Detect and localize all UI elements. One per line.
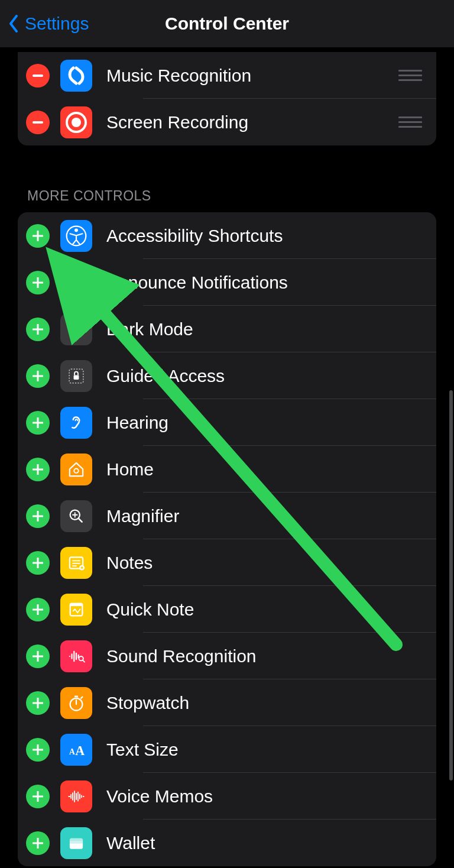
screen-recording-icon: [60, 106, 92, 138]
svg-rect-23: [74, 695, 78, 697]
row-label: Notes: [106, 553, 153, 573]
add-button[interactable]: [26, 224, 50, 248]
svg-text:A: A: [75, 743, 85, 758]
row-label: Voice Memos: [106, 786, 213, 807]
included-controls-list: Music Recognition Screen Recording: [18, 52, 436, 145]
guided-access-icon: [60, 360, 92, 392]
more-controls-list: Accessibility Shortcuts Announce Notific…: [18, 212, 436, 866]
section-header-more: MORE CONTROLS: [27, 188, 436, 204]
svg-rect-1: [33, 121, 43, 124]
drag-handle[interactable]: [398, 116, 422, 128]
page-title: Control Center: [165, 14, 289, 34]
row-label: Guided Access: [106, 366, 225, 386]
row-notes: Notes: [18, 539, 436, 586]
row-label: Quick Note: [106, 600, 194, 620]
scrollbar[interactable]: [449, 390, 453, 780]
accessibility-icon: [60, 220, 92, 252]
remove-button[interactable]: [26, 64, 50, 88]
row-label: Home: [106, 459, 154, 480]
add-button[interactable]: [26, 644, 50, 668]
add-button[interactable]: [26, 364, 50, 388]
svg-point-3: [72, 118, 81, 127]
add-button[interactable]: [26, 318, 50, 341]
svg-line-24: [81, 697, 82, 698]
row-sound-recognition: Sound Recognition: [18, 633, 436, 679]
svg-rect-29: [70, 841, 83, 843]
row-accessibility-shortcuts: Accessibility Shortcuts: [18, 212, 436, 259]
add-button[interactable]: [26, 458, 50, 481]
drag-handle[interactable]: [398, 70, 422, 81]
svg-rect-18: [70, 603, 83, 605]
remove-button[interactable]: [26, 111, 50, 134]
shazam-icon: [60, 60, 92, 92]
add-button[interactable]: [26, 598, 50, 621]
row-label: Accessibility Shortcuts: [106, 226, 283, 246]
row-home: Home: [18, 446, 436, 493]
magnifier-icon: [60, 500, 92, 532]
row-text-size: A A Text Size: [18, 726, 436, 773]
dark-mode-icon: [60, 313, 92, 345]
navbar: Settings Control Center: [0, 0, 454, 47]
row-voice-memos: Voice Memos: [18, 773, 436, 820]
svg-rect-0: [33, 75, 43, 77]
row-dark-mode: Dark Mode: [18, 306, 436, 352]
notes-icon: [60, 547, 92, 579]
row-label: Sound Recognition: [106, 646, 257, 666]
row-music-recognition: Music Recognition: [18, 52, 436, 99]
row-magnifier: Magnifier: [18, 493, 436, 539]
svg-point-9: [74, 468, 78, 472]
quick-note-icon: [60, 594, 92, 626]
row-screen-recording: Screen Recording: [18, 99, 436, 145]
svg-rect-28: [70, 838, 83, 840]
sound-recognition-icon: [60, 640, 92, 672]
row-label: Screen Recording: [106, 112, 248, 132]
row-label: Wallet: [106, 833, 155, 853]
back-button[interactable]: Settings: [8, 14, 89, 34]
svg-point-5: [74, 228, 78, 232]
row-stopwatch: Stopwatch: [18, 679, 436, 726]
home-icon: [60, 454, 92, 485]
add-button[interactable]: [26, 785, 50, 808]
add-button[interactable]: [26, 551, 50, 575]
row-quick-note: Quick Note: [18, 586, 436, 633]
row-label: Stopwatch: [106, 693, 189, 713]
chevron-left-icon: [8, 15, 19, 33]
text-size-icon: A A: [60, 734, 92, 766]
row-label: Music Recognition: [106, 66, 251, 86]
add-button[interactable]: [26, 411, 50, 435]
svg-text:A: A: [69, 747, 75, 756]
announce-icon: [60, 267, 92, 299]
back-label: Settings: [25, 14, 89, 34]
svg-rect-8: [74, 375, 79, 379]
stopwatch-icon: [60, 687, 92, 719]
add-button[interactable]: [26, 831, 50, 855]
add-button[interactable]: [26, 271, 50, 294]
row-label: Text Size: [106, 740, 179, 760]
svg-line-20: [83, 660, 85, 662]
row-label: Hearing: [106, 413, 168, 433]
svg-line-11: [79, 518, 82, 522]
add-button[interactable]: [26, 738, 50, 762]
row-hearing: Hearing: [18, 399, 436, 446]
row-label: Magnifier: [106, 506, 179, 526]
row-guided-access: Guided Access: [18, 352, 436, 399]
row-label: Dark Mode: [106, 319, 193, 339]
voice-memos-icon: [60, 780, 92, 812]
row-announce-notifications: Announce Notifications: [18, 259, 436, 306]
wallet-icon: [60, 827, 92, 859]
row-wallet: Wallet: [18, 820, 436, 866]
row-label: Announce Notifications: [106, 273, 288, 293]
hearing-icon: [60, 407, 92, 439]
add-button[interactable]: [26, 691, 50, 715]
add-button[interactable]: [26, 504, 50, 528]
